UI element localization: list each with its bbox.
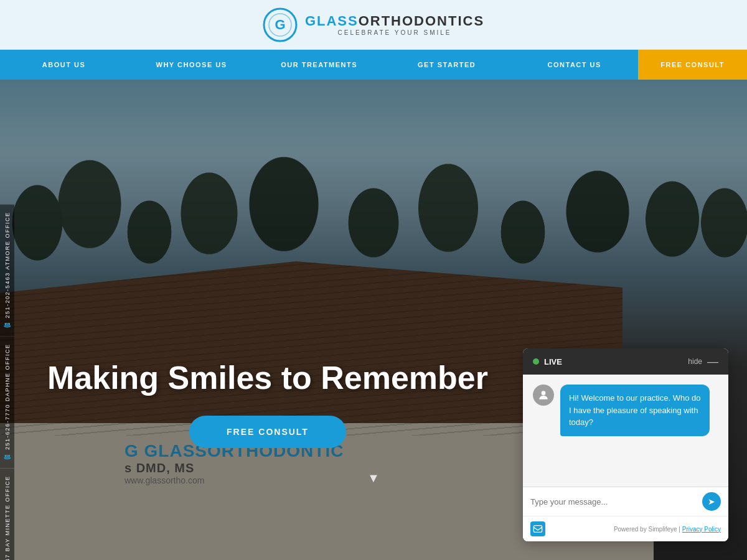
chat-footer-logo [530, 521, 545, 536]
chat-header: LIVE hide — [523, 348, 728, 375]
logo-icon: G [263, 7, 298, 42]
nav-why-choose-us[interactable]: WHY CHOOSE US [128, 50, 255, 80]
logo[interactable]: G GLASSORTHODONTICS CELEBRATE YOUR SMILE [263, 7, 484, 42]
hero-title: Making Smiles to Remember [0, 358, 535, 397]
phone-icon-atmore: ☎ [4, 321, 11, 329]
office-label-bay: BAY MINETTE OFFICE [4, 476, 11, 552]
svg-rect-4 [533, 526, 542, 533]
logo-tagline: CELEBRATE YOUR SMILE [305, 29, 484, 36]
nav-about-us[interactable]: ABOUT US [0, 50, 128, 80]
chat-message-bubble: Hi! Welcome to our practice. Who do I ha… [560, 385, 710, 436]
nav-contact-us[interactable]: CONTACT US [510, 50, 638, 80]
chat-live-indicator: LIVE [533, 357, 562, 366]
chat-input[interactable] [530, 497, 702, 506]
chat-avatar [533, 385, 554, 406]
send-icon: ➤ [708, 497, 715, 506]
phone-number-atmore: 251-202-5463 [4, 273, 11, 319]
logo-text: GLASSORTHODONTICS CELEBRATE YOUR SMILE [305, 13, 484, 36]
chat-hide-button[interactable]: hide [688, 357, 702, 366]
svg-text:G: G [275, 17, 285, 32]
phone-number-bay: 251-580-4447 [4, 554, 11, 560]
chat-footer: Powered by Simplifeye | Privacy Policy [523, 516, 728, 541]
live-label: LIVE [544, 357, 562, 366]
site-header: G GLASSORTHODONTICS CELEBRATE YOUR SMILE [0, 0, 747, 50]
logo-name: GLASSORTHODONTICS [305, 13, 484, 29]
privacy-policy-link[interactable]: Privacy Policy [682, 526, 721, 533]
nav-our-treatments[interactable]: OUR TREATMENTS [255, 50, 383, 80]
chat-footer-text: Powered by Simplifeye | Privacy Policy [614, 526, 721, 533]
hero-content: Making Smiles to Remember FREE CONSULT [0, 358, 535, 448]
office-label-atmore: ATMORE OFFICE [4, 212, 11, 270]
live-dot [533, 358, 539, 365]
chat-minimize-button[interactable]: — [707, 356, 718, 367]
chat-widget: LIVE hide — Hi! Welcome to our practice.… [523, 348, 728, 541]
chat-send-button[interactable]: ➤ [702, 492, 721, 511]
nav-get-started[interactable]: GET STARTED [383, 50, 510, 80]
chat-body: Hi! Welcome to our practice. Who do I ha… [523, 375, 728, 487]
phone-icon-daphne: ☎ [4, 453, 11, 461]
side-phone-bay-minette[interactable]: ☎ 251-580-4447 BAY MINETTE OFFICE [0, 468, 14, 560]
main-nav: ABOUT US WHY CHOOSE US OUR TREATMENTS GE… [0, 50, 747, 80]
chat-input-area: ➤ [523, 487, 728, 516]
hero-cta-button[interactable]: FREE CONSULT [189, 416, 346, 448]
nav-free-consult[interactable]: FREE CONSULT [638, 50, 747, 80]
hero-section: G GLASSORTHODONTIC s DMD, MS www.glassor… [0, 80, 747, 560]
svg-point-3 [542, 391, 546, 395]
side-phone-atmore[interactable]: ☎ 251-202-5463 ATMORE OFFICE [0, 204, 14, 336]
chat-controls: hide — [688, 356, 718, 367]
hero-scroll-arrow[interactable]: ▼ [367, 471, 380, 485]
